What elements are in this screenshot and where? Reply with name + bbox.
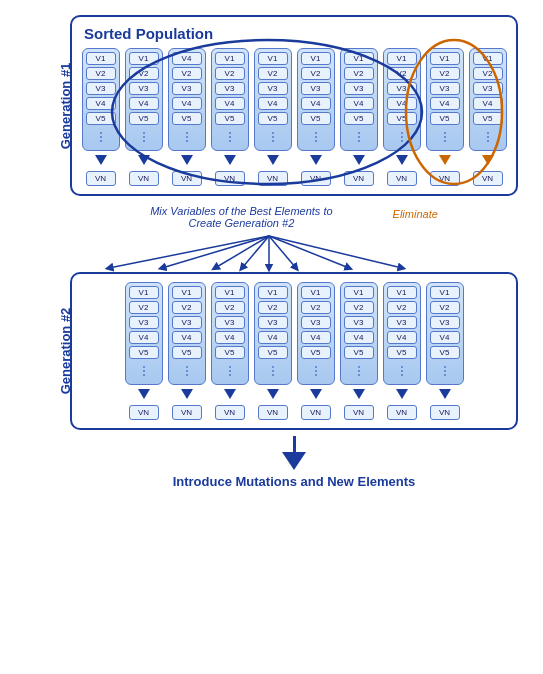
mutations-text: Introduce Mutations and New Elements xyxy=(173,474,416,489)
vn-cell: VN xyxy=(473,171,503,186)
arrow-down xyxy=(138,155,150,165)
var-cell: V3 xyxy=(430,316,460,329)
element-col: V1V2V3V4V5VN xyxy=(124,282,164,420)
var-cell: V5 xyxy=(258,346,288,359)
element-box: V1V2V3V4V5 xyxy=(426,282,464,385)
var-cell: V1 xyxy=(387,52,417,65)
arrow-down xyxy=(396,155,408,165)
var-cell: V4 xyxy=(86,97,116,110)
dot xyxy=(401,140,403,142)
var-cell: V3 xyxy=(473,82,503,95)
vn-cell: VN xyxy=(430,171,460,186)
dot xyxy=(272,370,274,372)
element-col: V1V2V3V4V5VN xyxy=(296,282,336,420)
dot xyxy=(444,370,446,372)
arrow-down xyxy=(224,389,236,399)
vn-cell: VN xyxy=(387,405,417,420)
dot xyxy=(444,366,446,368)
dot xyxy=(358,136,360,138)
dot xyxy=(272,136,274,138)
var-cell: V3 xyxy=(172,316,202,329)
arrow-down xyxy=(95,155,107,165)
var-cell: V3 xyxy=(344,82,374,95)
element-box: V1V2V3V4V5 xyxy=(426,48,464,151)
gen1-columns: V1V2V3V4V5VNV1V2V3V4V5VNV4V2V3V4V5VNV1V2… xyxy=(80,48,508,186)
element-col: V1V2V3V4V5VN xyxy=(124,48,164,186)
element-col: V1V2V3V4V5VN xyxy=(382,282,422,420)
var-cell: V1 xyxy=(215,52,245,65)
dot xyxy=(100,132,102,134)
var-cell: V4 xyxy=(344,97,374,110)
element-box: V1V2V3V4V5 xyxy=(383,282,421,385)
dot xyxy=(229,136,231,138)
element-col: V1V2V3V4V5VN xyxy=(81,48,121,186)
var-cell: V1 xyxy=(344,52,374,65)
element-col: V1V2V3V4V5VN xyxy=(382,48,422,186)
dot xyxy=(186,140,188,142)
arrow-down xyxy=(482,155,494,165)
vn-cell: VN xyxy=(258,171,288,186)
vn-cell: VN xyxy=(344,171,374,186)
dots-area xyxy=(401,360,403,382)
element-box: V1V2V3V4V5 xyxy=(211,282,249,385)
var-cell: V3 xyxy=(430,82,460,95)
dot xyxy=(358,140,360,142)
vn-cell: VN xyxy=(258,405,288,420)
var-cell: V5 xyxy=(172,346,202,359)
arrow-down xyxy=(439,155,451,165)
var-cell: V2 xyxy=(258,67,288,80)
arrow-down xyxy=(181,155,193,165)
dots-area xyxy=(229,360,231,382)
arrow-down-col xyxy=(138,385,150,403)
dot xyxy=(315,374,317,376)
var-cell: V4 xyxy=(344,331,374,344)
var-cell: V2 xyxy=(430,301,460,314)
arrow-down-col xyxy=(353,151,365,169)
main-layout: Generation #1 Sorted Population V1V2V3V4… xyxy=(10,10,533,494)
element-col: V1V2V3V4V5VN xyxy=(210,282,250,420)
gen2-container: V1V2V3V4V5VNV1V2V3V4V5VNV1V2V3V4V5VNV1V2… xyxy=(70,272,518,430)
arrow-down-col xyxy=(181,151,193,169)
var-cell: V5 xyxy=(129,346,159,359)
vn-cell: VN xyxy=(387,171,417,186)
var-cell: V3 xyxy=(258,316,288,329)
var-cell: V2 xyxy=(344,67,374,80)
arrow-down-col xyxy=(181,385,193,403)
dot xyxy=(444,140,446,142)
dot xyxy=(358,370,360,372)
var-cell: V1 xyxy=(301,52,331,65)
var-cell: V1 xyxy=(430,286,460,299)
dot xyxy=(401,370,403,372)
gen1-container: Sorted Population V1V2V3V4V5VNV1V2V3V4V5… xyxy=(70,15,518,196)
var-cell: V5 xyxy=(344,346,374,359)
arrow-down-col xyxy=(482,151,494,169)
var-cell: V2 xyxy=(172,67,202,80)
dot xyxy=(100,136,102,138)
var-cell: V3 xyxy=(129,316,159,329)
element-box: V1V2V3V4V5 xyxy=(340,282,378,385)
dot xyxy=(358,132,360,134)
var-cell: V2 xyxy=(215,67,245,80)
dot xyxy=(143,132,145,134)
element-col: V1V2V3V4V5VN xyxy=(339,282,379,420)
fan-arrows xyxy=(79,234,509,272)
var-cell: V4 xyxy=(172,52,202,65)
dots-area xyxy=(401,126,403,148)
element-box: V1V2V3V4V5 xyxy=(125,282,163,385)
dot xyxy=(272,132,274,134)
vn-cell: VN xyxy=(430,405,460,420)
var-cell: V1 xyxy=(129,286,159,299)
element-box: V1V2V3V4V5 xyxy=(297,282,335,385)
dot xyxy=(143,140,145,142)
arrow-down-col xyxy=(267,385,279,403)
var-cell: V5 xyxy=(387,346,417,359)
var-cell: V1 xyxy=(430,52,460,65)
dot xyxy=(229,370,231,372)
var-cell: V3 xyxy=(301,316,331,329)
vn-cell: VN xyxy=(129,405,159,420)
dot xyxy=(315,136,317,138)
vn-cell: VN xyxy=(344,405,374,420)
var-cell: V5 xyxy=(129,112,159,125)
arrow-down xyxy=(267,155,279,165)
var-cell: V5 xyxy=(387,112,417,125)
